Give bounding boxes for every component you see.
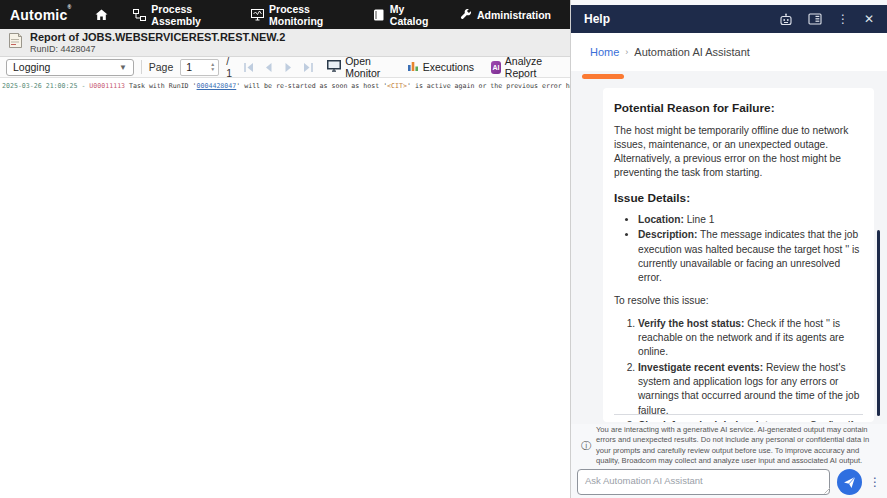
administration-wrench-icon <box>460 9 472 21</box>
message-paragraph-reason: The host might be temporarily offline du… <box>614 124 863 181</box>
breadcrumb: Home › Automation AI Assistant <box>571 33 887 71</box>
report-document-icon <box>8 32 23 53</box>
app-root: Automic® Process Assembly Process Monito… <box>0 0 887 498</box>
user-message-bubble-edge <box>582 74 624 79</box>
process-monitoring-icon <box>251 9 264 21</box>
my-catalog-icon <box>373 9 385 21</box>
nav-item-process-monitoring[interactable]: Process Monitoring <box>242 0 354 29</box>
brand-trademark: ® <box>67 4 71 10</box>
list-item: Check for scheduled maintenance: Confirm… <box>638 419 863 422</box>
ai-disclaimer: ⓘ You are interacting with a generative … <box>571 424 887 465</box>
log-timestamp: 2025-03-26 21:00:25 - <box>2 82 89 90</box>
assistant-input-row: ⋮ <box>571 466 887 498</box>
pagination-last-button[interactable] <box>302 60 315 75</box>
home-button[interactable] <box>89 9 114 21</box>
chat-scrollbar-thumb[interactable] <box>877 230 880 416</box>
pagination-previous-button[interactable] <box>262 60 275 75</box>
report-type-selected-value: Logging <box>13 61 50 73</box>
top-navbar: Automic® Process Assembly Process Monito… <box>0 0 570 29</box>
message-heading-details: Issue Details: <box>614 190 863 207</box>
close-icon[interactable]: ✕ <box>864 12 874 26</box>
log-runid-link[interactable]: 0004428047 <box>197 82 237 90</box>
nav-item-label: Process Assembly <box>151 3 223 27</box>
executions-button[interactable]: Executions <box>402 58 479 76</box>
documentation-icon[interactable] <box>808 13 822 25</box>
send-paper-plane-icon <box>843 476 856 489</box>
chevron-down-icon: ▼ <box>119 63 127 72</box>
help-header-icons: ⋮ ✕ <box>779 12 874 26</box>
input-overflow-menu-icon[interactable]: ⋮ <box>869 477 881 487</box>
process-assembly-icon <box>133 9 146 21</box>
page-number-input[interactable] <box>181 61 207 73</box>
report-log-content: 2025-03-26 21:00:25 - U00011113 Task wit… <box>0 78 570 90</box>
toolbar-separator <box>141 60 142 74</box>
page-total: / 1 <box>226 55 235 79</box>
disclaimer-text: You are interacting with a generative AI… <box>596 425 879 466</box>
nav-item-label: My Catalog <box>390 3 432 27</box>
help-panel-header: Help ⋮ ✕ <box>571 5 887 33</box>
ai-badge-icon: AI <box>491 61 501 74</box>
nav-item-label: Administration <box>477 9 551 21</box>
open-monitor-button[interactable]: Open Monitor <box>322 53 394 81</box>
ai-assistant-robot-icon[interactable] <box>779 13 793 26</box>
analyze-report-button[interactable]: AI Analyze Report <box>486 53 564 81</box>
open-monitor-label: Open Monitor <box>345 55 389 79</box>
ask-assistant-input[interactable] <box>577 469 830 495</box>
resolution-steps-list: Verify the host status: Check if the hos… <box>614 317 863 422</box>
report-panel: Automic® Process Assembly Process Monito… <box>0 0 571 498</box>
monitor-icon <box>327 60 341 74</box>
send-button[interactable] <box>837 469 862 495</box>
nav-item-administration[interactable]: Administration <box>451 0 560 29</box>
help-panel: Help ⋮ ✕ Home › Automation AI Assistant … <box>571 0 887 498</box>
issue-details-list: Location: Line 1 Description: The messag… <box>614 213 863 285</box>
nav-item-process-assembly[interactable]: Process Assembly <box>124 0 232 29</box>
list-item: Verify the host status: Check if the hos… <box>638 317 863 360</box>
message-divider <box>614 414 863 415</box>
report-type-select[interactable]: Logging ▼ <box>6 59 134 76</box>
info-icon: ⓘ <box>581 439 591 453</box>
spinner-down-icon[interactable]: ▼ <box>210 67 215 72</box>
breadcrumb-home-link[interactable]: Home <box>590 46 619 58</box>
log-message-code: U00011113 <box>89 82 129 90</box>
executions-label: Executions <box>423 61 474 73</box>
executions-chart-icon <box>407 60 419 74</box>
nav-item-my-catalog[interactable]: My Catalog <box>364 0 441 29</box>
log-text: Task with RunID ' <box>129 82 197 90</box>
analyze-report-label: Analyze Report <box>505 55 559 79</box>
automic-logo: Automic® <box>10 7 71 23</box>
help-panel-title: Help <box>584 12 610 26</box>
list-item: Location: Line 1 <box>638 213 863 227</box>
log-text: ' is active again or the previous error … <box>407 82 570 90</box>
breadcrumb-current: Automation AI Assistant <box>634 46 750 58</box>
report-header: Report of JOBS.WEBSERVICEREST.REST.NEW.2… <box>0 29 570 57</box>
overflow-menu-icon[interactable]: ⋮ <box>837 14 849 24</box>
list-item: Description: The message indicates that … <box>638 228 863 285</box>
chat-scroll-area[interactable]: Potential Reason for Failure: The host m… <box>571 71 887 424</box>
report-toolbar: Logging ▼ Page ▲▼ / 1 <box>0 57 570 78</box>
pagination-next-button[interactable] <box>282 60 295 75</box>
log-text: ' will be re-started as soon as host ' <box>236 82 387 90</box>
assistant-message-bubble: Potential Reason for Failure: The host m… <box>603 88 874 422</box>
resolve-intro: To resolve this issue: <box>614 294 863 308</box>
pagination-first-button[interactable] <box>242 60 255 75</box>
page-number-stepper[interactable]: ▲▼ <box>180 59 219 76</box>
home-icon <box>95 9 108 21</box>
report-title-block: Report of JOBS.WEBSERVICEREST.REST.NEW.2… <box>30 31 285 54</box>
page-label: Page <box>149 61 174 73</box>
nav-item-label: Process Monitoring <box>269 3 345 27</box>
log-host-token: <CIT> <box>387 82 407 90</box>
list-item: Investigate recent events: Review the ho… <box>638 361 863 418</box>
message-heading-reason: Potential Reason for Failure: <box>614 100 863 117</box>
page-spinner-arrows[interactable]: ▲▼ <box>207 62 218 72</box>
report-title: Report of JOBS.WEBSERVICEREST.REST.NEW.2 <box>30 31 285 44</box>
report-run-id: RunID: 4428047 <box>30 44 285 54</box>
breadcrumb-chevron-icon: › <box>625 47 628 57</box>
